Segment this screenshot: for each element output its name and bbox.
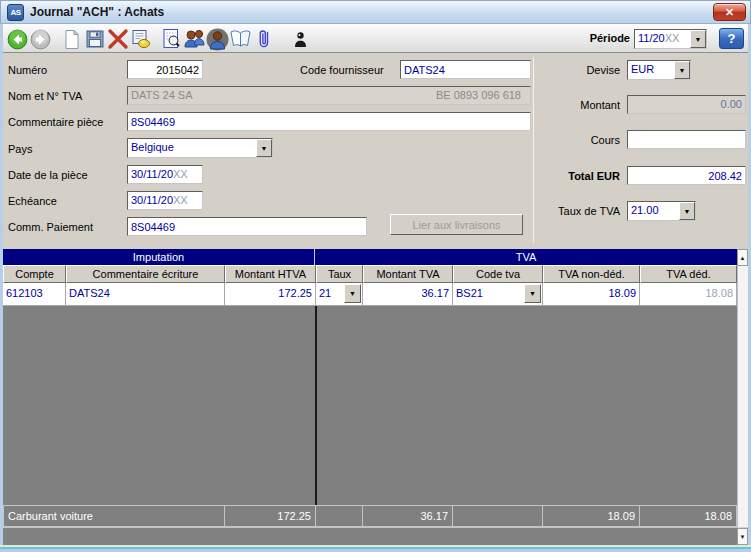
contacts-icon[interactable] bbox=[183, 28, 206, 51]
periode-value-suffix: XX bbox=[665, 32, 680, 44]
save-icon[interactable] bbox=[83, 28, 106, 51]
comm-paiement-input[interactable] bbox=[127, 217, 367, 236]
nom-tva-field: DATS 24 SA BE 0893 096 618 bbox=[127, 86, 531, 105]
cell-taux[interactable]: 21 ▼ bbox=[316, 283, 363, 306]
table-group-header: Imputation TVA bbox=[3, 249, 737, 265]
summary-code-empty bbox=[453, 505, 543, 527]
col-commentaire: Commentaire écriture bbox=[66, 265, 225, 283]
taux-tva-label: Taux de TVA bbox=[540, 205, 620, 217]
book-icon[interactable] bbox=[229, 28, 252, 51]
echeance-value: 30/11/20 bbox=[131, 194, 173, 206]
pays-label: Pays bbox=[8, 143, 32, 155]
fournisseur-vat-number: BE 0893 096 618 bbox=[436, 89, 527, 102]
new-document-icon[interactable] bbox=[60, 28, 83, 51]
code-tva-cell-dropdown-icon[interactable]: ▼ bbox=[524, 284, 541, 303]
echeance-input[interactable]: 30/11/20XX bbox=[127, 191, 203, 210]
col-code-tva: Code tva bbox=[453, 265, 543, 283]
cell-tva-ded: 18.08 bbox=[640, 283, 737, 306]
code-fournisseur-input[interactable] bbox=[400, 60, 531, 79]
bottom-band bbox=[3, 527, 737, 545]
taux-cell-dropdown-icon[interactable]: ▼ bbox=[344, 284, 361, 303]
table-column-headers: Compte Commentaire écriture Montant HTVA… bbox=[3, 265, 737, 283]
pays-value: Belgique bbox=[128, 139, 256, 157]
attachment-icon[interactable] bbox=[252, 28, 275, 51]
preview-icon[interactable] bbox=[160, 28, 183, 51]
grid-section-divider bbox=[315, 306, 317, 505]
col-tva-ded: TVA déd. bbox=[640, 265, 737, 283]
devise-value: EUR bbox=[628, 61, 674, 79]
back-icon[interactable] bbox=[6, 28, 29, 51]
scrollbar-track[interactable] bbox=[737, 266, 748, 527]
form-divider bbox=[533, 57, 534, 243]
taux-tva-dropdown-icon[interactable]: ▼ bbox=[679, 202, 695, 220]
summary-montant-tva: 36.17 bbox=[363, 505, 453, 527]
close-icon[interactable]: ✕ bbox=[713, 3, 746, 21]
total-eur-input[interactable] bbox=[627, 166, 746, 185]
delete-icon[interactable] bbox=[106, 28, 129, 51]
commentaire-piece-input[interactable] bbox=[127, 112, 531, 131]
echeance-label: Echéance bbox=[8, 195, 57, 207]
comm-paiement-label: Comm. Paiement bbox=[8, 221, 93, 233]
taux-tva-value: 21.00 bbox=[628, 202, 679, 220]
window-title: Journal "ACH" : Achats bbox=[30, 5, 164, 19]
cell-tva-non-ded[interactable]: 18.09 bbox=[543, 283, 640, 306]
cell-montant-tva[interactable]: 36.17 bbox=[363, 283, 453, 306]
date-piece-value-suffix: XX bbox=[173, 168, 188, 180]
commentaire-piece-label: Commentaire pièce bbox=[8, 116, 103, 128]
group-tva: TVA bbox=[315, 249, 737, 265]
periode-dropdown-icon[interactable]: ▼ bbox=[690, 30, 706, 48]
summary-taux-empty bbox=[316, 505, 363, 527]
total-eur-label: Total EUR bbox=[540, 170, 620, 182]
summary-label: Carburant voiture bbox=[3, 505, 225, 527]
periode-value: 11/20 bbox=[638, 32, 665, 44]
forward-icon[interactable] bbox=[29, 28, 52, 51]
date-piece-input[interactable]: 30/11/20XX bbox=[127, 165, 203, 184]
group-imputation: Imputation bbox=[3, 249, 315, 265]
col-compte: Compte bbox=[3, 265, 66, 283]
contact-icon[interactable] bbox=[206, 28, 229, 51]
echeance-value-suffix: XX bbox=[173, 194, 188, 206]
numero-label: Numéro bbox=[8, 64, 47, 76]
summary-montant-htva: 172.25 bbox=[225, 505, 316, 527]
cell-code-tva-value: BS21 bbox=[456, 287, 483, 299]
nom-tva-label: Nom et N° TVA bbox=[8, 90, 82, 102]
cell-code-tva[interactable]: BS21 ▼ bbox=[453, 283, 543, 306]
cours-input[interactable] bbox=[627, 130, 746, 149]
summary-row: Carburant voiture 172.25 36.17 18.09 18.… bbox=[3, 505, 737, 527]
col-tva-non-ded: TVA non-déd. bbox=[543, 265, 640, 283]
numero-input[interactable] bbox=[127, 60, 203, 79]
pays-dropdown-icon[interactable]: ▼ bbox=[256, 139, 272, 157]
col-taux: Taux bbox=[316, 265, 363, 283]
taux-tva-select[interactable]: 21.00 ▼ bbox=[627, 201, 696, 221]
devise-dropdown-icon[interactable]: ▼ bbox=[674, 61, 690, 79]
table-row: 612103 DATS24 172.25 21 ▼ 36.17 BS21 ▼ 1… bbox=[3, 283, 737, 306]
cell-compte[interactable]: 612103 bbox=[3, 283, 66, 306]
user-icon[interactable] bbox=[289, 28, 312, 51]
scroll-up-icon[interactable]: ▲ bbox=[737, 249, 748, 266]
window-border-left bbox=[0, 24, 3, 552]
lier-livraisons-button[interactable]: Lier aux livraisons bbox=[390, 214, 523, 235]
montant-field: 0.00 bbox=[627, 95, 746, 114]
date-piece-value: 30/11/20 bbox=[131, 168, 173, 180]
cours-label: Cours bbox=[540, 134, 620, 146]
devise-select[interactable]: EUR ▼ bbox=[627, 60, 691, 80]
title-bar[interactable]: AS Journal "ACH" : Achats bbox=[0, 0, 751, 24]
periode-select[interactable]: 11/20XX ▼ bbox=[634, 29, 707, 49]
montant-label: Montant bbox=[540, 99, 620, 111]
col-montant-htva: Montant HTVA bbox=[225, 265, 316, 283]
devise-label: Devise bbox=[540, 64, 620, 76]
cell-taux-value: 21 bbox=[319, 287, 331, 299]
pays-select[interactable]: Belgique ▼ bbox=[127, 138, 273, 158]
fournisseur-name: DATS 24 SA bbox=[131, 89, 193, 102]
grid-body[interactable] bbox=[3, 306, 737, 505]
periode-label: Période bbox=[578, 32, 630, 44]
cell-commentaire[interactable]: DATS24 bbox=[66, 283, 225, 306]
code-fournisseur-label: Code fournisseur bbox=[300, 64, 384, 76]
scroll-down-icon[interactable]: ▼ bbox=[737, 528, 748, 545]
cell-montant-htva[interactable]: 172.25 bbox=[225, 283, 316, 306]
summary-tva-ded: 18.08 bbox=[640, 505, 737, 527]
app-icon: AS bbox=[7, 4, 24, 21]
journal-window: AS Journal "ACH" : Achats ✕ bbox=[0, 0, 751, 552]
help-button[interactable]: ? bbox=[719, 28, 744, 49]
stamp-icon[interactable] bbox=[129, 28, 152, 51]
